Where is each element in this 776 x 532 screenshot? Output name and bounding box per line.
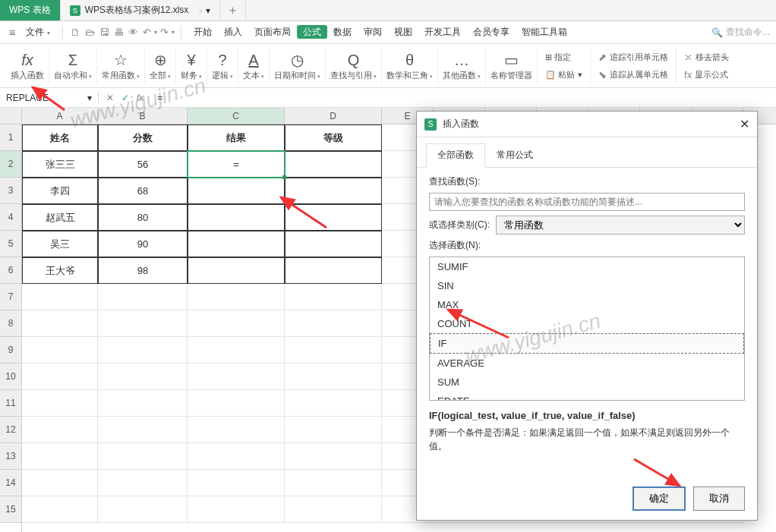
- row-header-5[interactable]: 5: [0, 231, 21, 257]
- cell-B6[interactable]: 98: [98, 257, 188, 284]
- row-header-11[interactable]: 11: [0, 390, 21, 417]
- row-header-8[interactable]: 8: [0, 310, 21, 337]
- ribbon-insert-function[interactable]: fx插入函数: [6, 47, 49, 84]
- formula-input[interactable]: =: [151, 93, 776, 103]
- cell-B9[interactable]: [98, 337, 188, 364]
- function-item-IF[interactable]: IF: [430, 333, 744, 354]
- menu-会员专享[interactable]: 会员专享: [467, 27, 516, 37]
- row-header-3[interactable]: 3: [0, 178, 21, 204]
- row-header-4[interactable]: 4: [0, 204, 21, 231]
- cell-A14[interactable]: [22, 470, 98, 496]
- cell-C14[interactable]: [188, 470, 285, 496]
- cell-C1[interactable]: 结果: [188, 124, 285, 151]
- menu-数据[interactable]: 数据: [327, 27, 358, 37]
- row-header-7[interactable]: 7: [0, 284, 21, 310]
- col-header-A[interactable]: A: [22, 108, 98, 124]
- close-icon[interactable]: ✕: [740, 117, 749, 131]
- col-header-B[interactable]: B: [98, 108, 188, 124]
- cell-D9[interactable]: [285, 337, 382, 364]
- function-list[interactable]: SUMIFSINMAXCOUNTIFAVERAGESUMEDATE: [429, 257, 745, 401]
- cell-A3[interactable]: 李四: [22, 178, 98, 204]
- cell-C3[interactable]: [188, 178, 285, 204]
- cell-C12[interactable]: [188, 417, 285, 443]
- search-function-input[interactable]: [429, 193, 745, 211]
- ribbon-assign[interactable]: ⊞ 指定: [542, 50, 585, 65]
- cell-A15[interactable]: [22, 496, 98, 523]
- function-item-SUM[interactable]: SUM: [430, 373, 744, 392]
- cell-B8[interactable]: [98, 310, 188, 337]
- col-header-D[interactable]: D: [285, 108, 382, 124]
- cell-A10[interactable]: [22, 364, 98, 390]
- ribbon-datetime[interactable]: ◷日期和时间▾: [270, 47, 326, 84]
- cell-A9[interactable]: [22, 337, 98, 364]
- cell-D10[interactable]: [285, 364, 382, 390]
- cell-D13[interactable]: [285, 443, 382, 470]
- cell-B11[interactable]: [98, 390, 188, 417]
- cell-D15[interactable]: [285, 496, 382, 523]
- tab-wps-home[interactable]: WPS 表格: [0, 0, 61, 20]
- cell-B1[interactable]: 分数: [98, 124, 188, 151]
- col-header-C[interactable]: C: [188, 108, 285, 124]
- menu-视图[interactable]: 视图: [388, 27, 418, 37]
- cell-D2[interactable]: [285, 151, 382, 178]
- chevron-down-icon[interactable]: ▾: [206, 5, 210, 16]
- cell-B3[interactable]: 68: [98, 178, 188, 204]
- select-all-corner[interactable]: [0, 108, 21, 124]
- cell-C2[interactable]: =: [188, 151, 285, 178]
- ribbon-financial[interactable]: ¥财务▾: [176, 47, 207, 84]
- cell-D14[interactable]: [285, 470, 382, 496]
- cell-A8[interactable]: [22, 310, 98, 337]
- tab-document[interactable]: S WPS表格练习案例12.xlsx ▫ ▾: [61, 0, 220, 20]
- cell-B5[interactable]: 90: [98, 231, 188, 257]
- dialog-tab-common[interactable]: 常用公式: [485, 143, 544, 167]
- cell-D8[interactable]: [285, 310, 382, 337]
- chevron-down-icon[interactable]: ▾: [87, 93, 92, 103]
- cell-C11[interactable]: [188, 390, 285, 417]
- ribbon-logical[interactable]: ?逻辑▾: [207, 47, 238, 84]
- menu-开发工具[interactable]: 开发工具: [418, 27, 467, 37]
- cell-B7[interactable]: [98, 284, 188, 310]
- row-header-1[interactable]: 1: [0, 124, 21, 151]
- cell-B14[interactable]: [98, 470, 188, 496]
- cell-B13[interactable]: [98, 443, 188, 470]
- menu-开始[interactable]: 开始: [188, 27, 218, 37]
- ribbon-show-formulas[interactable]: fx显示公式: [681, 68, 732, 82]
- cell-D1[interactable]: 等级: [285, 124, 382, 151]
- ribbon-trace-precedents[interactable]: ⬈追踪引用单元格: [595, 50, 671, 65]
- row-header-2[interactable]: 2: [0, 151, 21, 178]
- cell-C6[interactable]: [188, 257, 285, 284]
- dialog-titlebar[interactable]: S 插入函数 ✕: [417, 112, 757, 137]
- cell-C4[interactable]: [188, 204, 285, 231]
- category-select[interactable]: 常用函数: [496, 216, 745, 235]
- cell-D6[interactable]: [285, 257, 382, 284]
- cell-D11[interactable]: [285, 390, 382, 417]
- cell-C8[interactable]: [188, 310, 285, 337]
- cancel-button[interactable]: 取消: [693, 486, 745, 511]
- ribbon-autosum[interactable]: Σ自动求和▾: [49, 47, 97, 84]
- cancel-formula-icon[interactable]: ✕: [106, 93, 114, 103]
- command-search[interactable]: 🔍 查找命令...: [711, 26, 770, 39]
- cell-A1[interactable]: 姓名: [22, 124, 98, 151]
- cell-D5[interactable]: [285, 231, 382, 257]
- accept-formula-icon[interactable]: ✓: [121, 93, 129, 103]
- cell-A13[interactable]: [22, 443, 98, 470]
- cell-C10[interactable]: [188, 364, 285, 390]
- function-item-COUNT[interactable]: COUNT: [430, 314, 744, 333]
- function-item-EDATE[interactable]: EDATE: [430, 392, 744, 401]
- cell-C15[interactable]: [188, 496, 285, 523]
- row-header-10[interactable]: 10: [0, 364, 21, 390]
- function-item-MAX[interactable]: MAX: [430, 295, 744, 314]
- file-menu[interactable]: 文件 ▾: [20, 26, 55, 39]
- cell-A11[interactable]: [22, 390, 98, 417]
- undo-icon[interactable]: ↶: [141, 27, 153, 38]
- open-icon[interactable]: 🗁: [84, 27, 96, 38]
- row-header-14[interactable]: 14: [0, 470, 21, 496]
- ribbon-all[interactable]: ⊕全部▾: [145, 47, 176, 84]
- row-header-15[interactable]: 15: [0, 496, 21, 523]
- cell-B2[interactable]: 56: [98, 151, 188, 178]
- cell-D4[interactable]: [285, 204, 382, 231]
- ribbon-text[interactable]: A文本▾: [238, 47, 270, 84]
- cell-C9[interactable]: [188, 337, 285, 364]
- cell-C7[interactable]: [188, 284, 285, 310]
- cell-A7[interactable]: [22, 284, 98, 310]
